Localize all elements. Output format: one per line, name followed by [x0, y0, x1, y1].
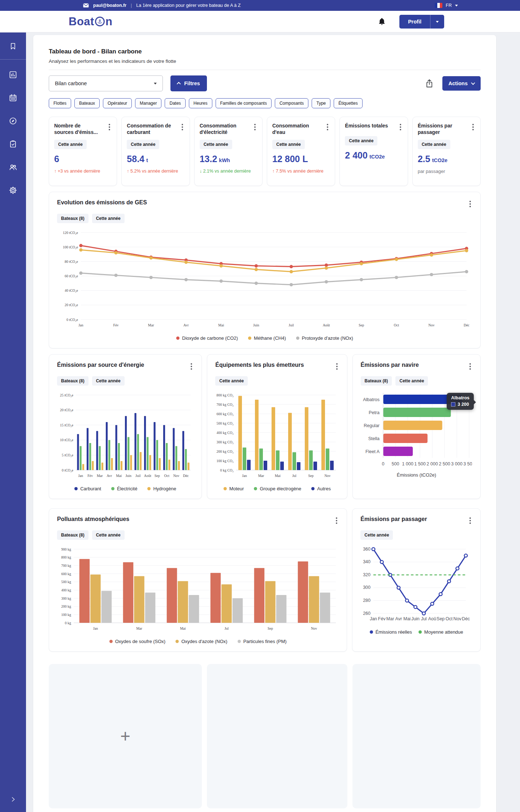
sidebar-item-bookmarks[interactable] — [0, 32, 26, 60]
legend-item[interactable]: Groupe électrogène — [254, 486, 301, 491]
legend-item[interactable]: Protoxyde d'azote (NOx) — [296, 335, 353, 341]
filters-button[interactable]: Filtres — [170, 75, 207, 91]
filter-chip-composants[interactable]: Composants — [275, 98, 308, 108]
filter-chip-manager[interactable]: Manager — [135, 98, 161, 108]
period-badge[interactable]: Cette année — [418, 140, 450, 149]
legend-item[interactable]: Moteur — [224, 486, 244, 491]
period-badge[interactable]: Cette année — [92, 376, 125, 386]
svg-text:280: 280 — [363, 598, 370, 603]
kebab-menu-icon[interactable] — [468, 199, 472, 209]
boats-badge[interactable]: Bateaux (8) — [57, 214, 88, 223]
period-badge[interactable]: Cette année — [127, 140, 159, 149]
legend-item[interactable]: Hydrogène — [147, 486, 176, 491]
legend-item[interactable]: Oxydes de soufre (SOx) — [109, 639, 165, 644]
legend-dot-icon — [74, 487, 78, 490]
svg-text:Mar: Mar — [136, 626, 142, 630]
sidebar-item-navigation[interactable] — [0, 109, 26, 133]
energy-source-chart[interactable]: 0 tCO₂e5 tCO₂e10 tCO₂e15 tCO₂e20 tCO₂e25… — [57, 391, 194, 483]
chart-legend: Oxydes de soufre (SOx)Oxydes d'azote (NO… — [57, 639, 339, 644]
period-badge[interactable]: Cette année — [215, 376, 248, 386]
period-badge[interactable]: Cette année — [272, 140, 305, 149]
period-badge[interactable]: Cette année — [200, 140, 232, 149]
svg-text:25 tCO₂e: 25 tCO₂e — [60, 393, 74, 397]
svg-text:Mai: Mai — [275, 474, 281, 478]
filter-chip-operateur[interactable]: Opérateur — [103, 98, 132, 108]
sidebar-item-settings[interactable] — [0, 179, 26, 202]
dashboard-panel: Tableau de bord - Bilan carbone Analysez… — [33, 35, 496, 812]
passenger-emissions-card: Émissions par passager Cette année 26028… — [352, 508, 481, 652]
ges-evolution-chart[interactable]: 0 tCO₂e20 tCO₂e40 tCO₂e60 tCO₂e80 tCO₂e1… — [57, 228, 472, 333]
period-badge[interactable]: Cette année — [360, 530, 393, 540]
legend-item[interactable]: Oxydes d'azote (NOx) — [176, 639, 227, 644]
kebab-menu-icon[interactable] — [334, 516, 339, 525]
notifications-button[interactable] — [378, 17, 386, 26]
filter-chip-heures[interactable]: Heures — [189, 98, 212, 108]
svg-text:500 kg: 500 kg — [61, 580, 72, 584]
empty-widget-card[interactable] — [352, 664, 481, 808]
kebab-menu-icon[interactable] — [189, 362, 194, 371]
kebab-menu-icon[interactable] — [325, 122, 330, 132]
legend-item[interactable]: Dioxyde de carbone (CO2) — [176, 335, 238, 341]
legend-item[interactable]: Méthane (CH4) — [248, 335, 286, 341]
svg-text:200 kg: 200 kg — [61, 604, 72, 608]
dashboard-select[interactable]: Bilan carbone — [49, 75, 163, 91]
legend-item[interactable]: Autres — [311, 486, 331, 491]
actions-button[interactable]: Actions — [442, 76, 481, 91]
pollutants-chart[interactable]: 0 kg100 kg200 kg300 kg400 kg500 kg600 kg… — [57, 545, 339, 636]
filter-chip-bateaux[interactable]: Bateaux — [74, 98, 100, 108]
boats-badge[interactable]: Bateaux (8) — [361, 376, 392, 386]
kebab-menu-icon[interactable] — [180, 122, 185, 132]
topbar-email[interactable]: paul@boaton.fr — [93, 3, 126, 8]
period-badge[interactable]: Cette année — [92, 530, 125, 540]
app-logo[interactable]: Boat⚓n — [69, 15, 112, 28]
empty-widget-card[interactable] — [207, 664, 347, 808]
boats-badge[interactable]: Bateaux (8) — [57, 376, 88, 386]
filter-chip-dates[interactable]: Dates — [165, 98, 185, 108]
profile-button[interactable]: Profil — [399, 15, 430, 29]
kebab-menu-icon[interactable] — [107, 122, 112, 132]
legend-item[interactable]: Électricité — [111, 486, 137, 491]
legend-item[interactable]: Particules fines (PM) — [238, 639, 287, 644]
filter-chip-etiquettes[interactable]: Étiquettes — [334, 98, 362, 108]
kpi-title: Consommation d'eau — [272, 122, 318, 135]
legend-item[interactable]: Moyenne attendue — [419, 629, 463, 635]
language-switcher[interactable]: FR — [435, 3, 458, 8]
chevron-down-icon — [471, 81, 475, 85]
chevron-down-icon — [455, 5, 458, 8]
passenger-emissions-chart[interactable]: 260280300320340360JanFévMarAvrMaiJuinJul… — [360, 545, 472, 626]
boats-badge[interactable]: Bateaux (8) — [57, 530, 88, 540]
add-widget-card[interactable]: + — [49, 664, 202, 808]
period-badge[interactable]: Cette année — [395, 376, 428, 386]
sidebar-item-analytics[interactable] — [0, 63, 26, 86]
period-badge[interactable]: Cette année — [92, 214, 125, 223]
period-badge[interactable]: Cette année — [54, 140, 87, 149]
filter-chip-familles[interactable]: Familles de composants — [216, 98, 272, 108]
sidebar-item-crew[interactable] — [0, 156, 26, 179]
kebab-menu-icon[interactable] — [468, 362, 472, 371]
svg-text:Nov: Nov — [311, 626, 317, 630]
tooltip-value: 3 200 — [458, 402, 469, 407]
kebab-menu-icon[interactable] — [468, 516, 472, 525]
svg-text:340: 340 — [363, 559, 370, 564]
logo-text-boat: Boat — [69, 15, 94, 28]
svg-text:900 kg: 900 kg — [61, 547, 72, 551]
svg-text:Mar: Mar — [97, 474, 103, 478]
sidebar-expand-button[interactable] — [0, 796, 26, 803]
profile-menu-button[interactable] — [430, 15, 444, 29]
chart-legend: MoteurGroupe électrogèneAutres — [215, 486, 339, 491]
legend-item[interactable]: Carburant — [74, 486, 101, 491]
period-badge[interactable]: Cette année — [345, 136, 377, 146]
equipment-emitters-chart[interactable]: 0 kg CO₂100 kg CO₂200 kg CO₂300 kg CO₂40… — [215, 391, 339, 483]
kebab-menu-icon[interactable] — [253, 122, 257, 132]
sidebar-item-tasks[interactable] — [0, 133, 26, 156]
kebab-menu-icon[interactable] — [398, 122, 403, 132]
kebab-menu-icon[interactable] — [471, 122, 475, 132]
divider — [49, 70, 481, 70]
sidebar-item-calendar[interactable] — [0, 86, 26, 109]
filter-chip-type[interactable]: Type — [312, 98, 330, 108]
svg-text:300: 300 — [363, 585, 370, 590]
filter-chip-flottes[interactable]: Flottes — [49, 98, 71, 108]
legend-item[interactable]: Émissions réelles — [370, 629, 412, 635]
export-button[interactable] — [426, 79, 433, 87]
kebab-menu-icon[interactable] — [335, 362, 339, 371]
